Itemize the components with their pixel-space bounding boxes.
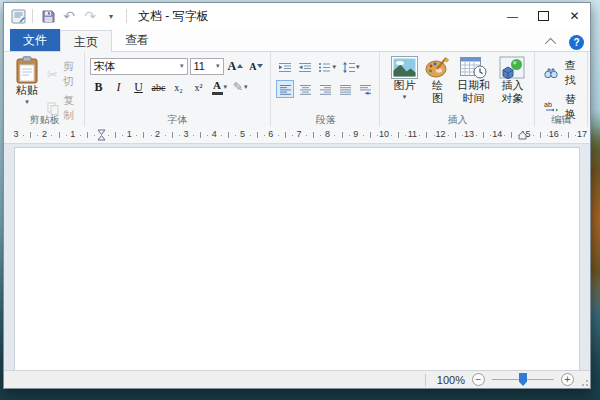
ruler-margin-marker[interactable] bbox=[518, 131, 527, 140]
group-insert: 图片 ▾ 绘图 日期和时间 bbox=[379, 52, 534, 127]
customize-quick-access-button[interactable]: ▾ bbox=[102, 6, 120, 26]
ruler-tick bbox=[448, 135, 449, 136]
group-label-font: 字体 bbox=[85, 113, 271, 127]
resize-grip[interactable] bbox=[582, 380, 588, 386]
document-page[interactable] bbox=[14, 147, 580, 370]
font-row-2: B I U abc x₂ x² A ▾ bbox=[90, 78, 266, 96]
grow-font-letter: A bbox=[228, 59, 237, 74]
close-button[interactable]: ✕ bbox=[559, 3, 590, 29]
subscript-button[interactable]: x₂ bbox=[170, 78, 188, 96]
paragraph-settings-icon bbox=[359, 84, 372, 95]
ruler-tick bbox=[490, 135, 491, 136]
zoom-slider-thumb[interactable] bbox=[519, 373, 527, 386]
tab-file[interactable]: 文件 bbox=[10, 29, 60, 51]
font-size-combobox[interactable]: 11 ▾ bbox=[190, 58, 224, 75]
find-button[interactable]: 查找 bbox=[540, 56, 582, 90]
help-button[interactable]: ? bbox=[569, 35, 584, 50]
insert-object-label: 插入对象 bbox=[499, 79, 525, 104]
ruler-tick: 9 bbox=[353, 129, 358, 139]
cut-button[interactable]: ✂ 剪切 bbox=[43, 57, 79, 91]
maximize-button[interactable] bbox=[528, 3, 559, 29]
decrease-indent-button[interactable] bbox=[276, 58, 294, 76]
wordpad-app-icon[interactable] bbox=[11, 9, 26, 24]
ruler-tick bbox=[235, 135, 236, 136]
find-label: 查找 bbox=[562, 58, 578, 88]
insert-object-icon bbox=[499, 56, 525, 79]
ruler-tick bbox=[228, 132, 229, 138]
ruler-tick bbox=[51, 135, 52, 136]
line-spacing-button[interactable]: ▾ bbox=[340, 58, 362, 76]
ruler-tick: 12 bbox=[436, 129, 446, 139]
ruler-tick bbox=[221, 135, 222, 136]
ruler-tick bbox=[264, 135, 265, 136]
font-family-value: 宋体 bbox=[94, 59, 116, 74]
binoculars-find-icon bbox=[544, 67, 558, 79]
ruler-tick bbox=[540, 132, 541, 138]
document-background bbox=[4, 144, 590, 370]
font-rows: 宋体 ▾ 11 ▾ A A bbox=[90, 54, 266, 96]
insert-object-button[interactable]: 插入对象 bbox=[495, 54, 529, 106]
ruler-tick bbox=[511, 132, 512, 138]
minimize-button[interactable]: — bbox=[497, 3, 528, 29]
insert-datetime-button[interactable]: 日期和时间 bbox=[451, 54, 495, 106]
align-right-button[interactable] bbox=[316, 80, 334, 98]
zoom-out-button[interactable]: − bbox=[472, 373, 485, 386]
chevron-down-icon: ▾ bbox=[403, 93, 407, 101]
ruler-tick bbox=[66, 135, 67, 136]
ruler-tick bbox=[363, 135, 364, 136]
italic-button[interactable]: I bbox=[110, 78, 128, 96]
ruler-tick bbox=[391, 135, 392, 136]
collapse-ribbon-button[interactable] bbox=[543, 32, 561, 52]
ruler-tick: 1 bbox=[127, 129, 132, 139]
desktop-wallpaper: ↶ ↷ ▾ 文档 - 写字板 — ✕ 文件 主页 查看 bbox=[0, 0, 600, 400]
insert-picture-button[interactable]: 图片 ▾ bbox=[385, 54, 423, 103]
save-button[interactable] bbox=[39, 6, 57, 26]
ruler-tick: 3 bbox=[14, 129, 19, 139]
paste-button[interactable]: 粘贴 ▾ bbox=[11, 54, 43, 108]
ruler-tick bbox=[342, 132, 343, 138]
grow-font-button[interactable]: A bbox=[226, 57, 246, 75]
paragraph-rows: ▾ ▾ bbox=[276, 54, 374, 98]
zoom-controls: 100% − + bbox=[425, 373, 590, 386]
align-center-button[interactable] bbox=[296, 80, 314, 98]
ruler-tick bbox=[278, 135, 279, 136]
tab-view[interactable]: 查看 bbox=[112, 29, 162, 51]
insert-drawing-button[interactable]: 绘图 bbox=[423, 54, 451, 106]
superscript-button[interactable]: x² bbox=[190, 78, 208, 96]
ruler-tick bbox=[285, 132, 286, 138]
increase-indent-button[interactable] bbox=[296, 58, 314, 76]
paste-icon bbox=[15, 56, 39, 84]
redo-button[interactable]: ↷ bbox=[81, 6, 99, 26]
strikethrough-button[interactable]: abc bbox=[150, 78, 168, 96]
font-color-button[interactable]: A ▾ bbox=[210, 78, 230, 96]
paragraph-settings-button[interactable] bbox=[356, 80, 374, 98]
line-spacing-icon bbox=[342, 62, 355, 73]
ruler-tick: 11 bbox=[408, 129, 417, 139]
highlight-button[interactable]: ✎ ▾ bbox=[231, 78, 250, 96]
increase-indent-icon bbox=[298, 62, 312, 73]
align-left-button[interactable] bbox=[276, 80, 294, 98]
list-button[interactable]: ▾ bbox=[316, 58, 338, 76]
divider bbox=[126, 9, 127, 23]
zoom-in-button[interactable]: + bbox=[561, 373, 574, 386]
ruler-tick bbox=[349, 135, 350, 136]
undo-button[interactable]: ↶ bbox=[60, 6, 78, 26]
ruler-tick bbox=[568, 132, 569, 138]
ruler-tick bbox=[136, 135, 137, 136]
paragraph-row-1: ▾ ▾ bbox=[276, 58, 374, 76]
font-family-combobox[interactable]: 宋体 ▾ bbox=[90, 58, 188, 75]
ruler-indent-marker[interactable] bbox=[97, 129, 106, 141]
arrow-up-icon bbox=[237, 64, 243, 68]
tab-home[interactable]: 主页 bbox=[60, 30, 112, 52]
justify-button[interactable] bbox=[336, 80, 354, 98]
shrink-font-button[interactable]: A bbox=[247, 57, 265, 75]
chevron-down-icon: ▾ bbox=[216, 62, 220, 70]
group-label-insert: 插入 bbox=[380, 113, 534, 127]
bold-button[interactable]: B bbox=[90, 78, 108, 96]
ruler-tick: 16 bbox=[549, 129, 559, 139]
ruler-tick: 14 bbox=[492, 129, 502, 139]
underline-button[interactable]: U bbox=[130, 78, 148, 96]
align-left-icon bbox=[279, 84, 292, 95]
zoom-slider[interactable] bbox=[492, 373, 554, 386]
ruler-tick: 4 bbox=[212, 129, 217, 139]
